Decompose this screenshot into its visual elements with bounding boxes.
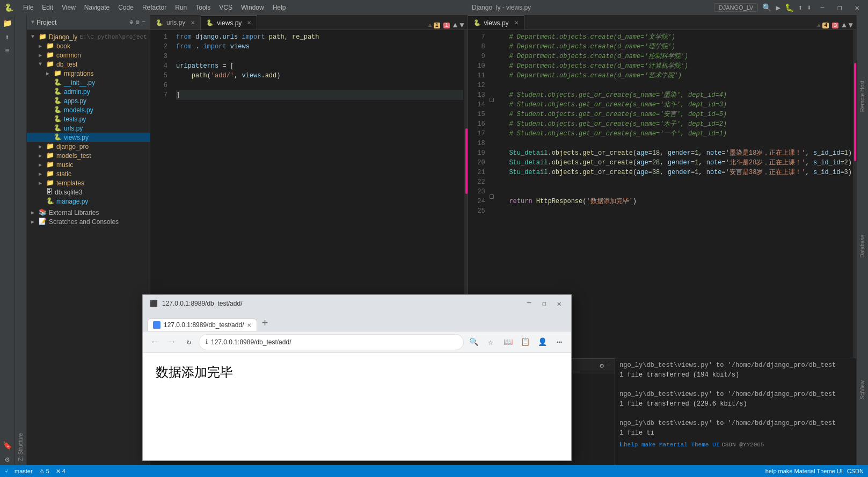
tree-music-label: music <box>56 161 73 169</box>
tree-sqlite[interactable]: 🗄 db.sqlite3 <box>27 187 150 197</box>
tree-init[interactable]: 🐍 __init__.py <box>27 78 150 87</box>
app-logo-icon: 🐍 <box>4 3 13 12</box>
commit-icon[interactable]: ⬆ <box>2 31 13 43</box>
remote-host-label[interactable]: Remote Host <box>859 76 865 116</box>
tab-urls-py[interactable]: 🐍 urls.py ✕ <box>150 16 201 30</box>
tree-models[interactable]: 🐍 models.py <box>27 105 150 114</box>
left-scroll-thumb <box>465 128 468 194</box>
browser-read-icon[interactable]: 📖 <box>500 335 515 350</box>
tab-views-right[interactable]: 🐍 views.py ✕ <box>468 16 524 30</box>
structure-icon[interactable]: ≡ <box>2 45 13 57</box>
tab-views-left[interactable]: 🐍 views.py ✕ <box>201 16 257 30</box>
tree-db-test[interactable]: ▼ 📁 db_test <box>27 60 150 69</box>
activity-bar: 📁 ⬆ ≡ 🔖 ⚙ <box>0 15 15 465</box>
tree-common[interactable]: ▶ 📁 common <box>27 50 150 60</box>
browser-forward-btn[interactable]: → <box>164 335 179 350</box>
browser-copy-icon[interactable]: 📋 <box>517 335 533 350</box>
run-minimize-icon[interactable]: − <box>606 362 610 370</box>
menu-window[interactable]: Window <box>238 3 267 12</box>
left-editor-actions: ⚠ 1 1 ▲ ▼ <box>428 21 468 30</box>
tree-tests[interactable]: 🐍 tests.py <box>27 114 150 124</box>
terminal-icon[interactable]: ⬇ <box>807 3 811 12</box>
r-code-12 <box>494 81 852 90</box>
database-label[interactable]: Database <box>859 230 865 262</box>
menu-vcs[interactable]: VCS <box>216 3 236 12</box>
menu-file[interactable]: File <box>20 3 37 12</box>
run-gear-icon[interactable]: ⚙ <box>600 362 604 370</box>
tree-scratches[interactable]: ▶ 📝 Scratches and Consoles <box>27 217 150 226</box>
code-line-2: from . import views <box>176 42 463 52</box>
collapse-project-icon[interactable]: − <box>142 18 145 26</box>
browser-new-tab-btn[interactable]: + <box>257 316 272 331</box>
tree-init-label: __init__.py <box>64 79 95 86</box>
browser-window-close[interactable]: ✕ <box>554 298 565 309</box>
browser-menu-icon[interactable]: ⋯ <box>552 335 567 350</box>
menu-refactor[interactable]: Refactor <box>139 3 170 12</box>
project-expand-icon[interactable]: ▼ <box>31 19 34 25</box>
debug-icon[interactable]: 🐛 <box>785 3 794 12</box>
tree-apps-label: apps.py <box>64 97 86 105</box>
browser-active-tab[interactable]: 127.0.0.1:8989/db_test/add/ ✕ <box>147 319 257 331</box>
bookmark-icon[interactable]: 🔖 <box>2 439 13 451</box>
tree-templates[interactable]: ▶ 📁 templates <box>27 178 150 187</box>
browser-star-icon[interactable]: ☆ <box>483 335 498 350</box>
tab-urls-close[interactable]: ✕ <box>191 20 195 26</box>
browser-profile-icon[interactable]: 👤 <box>535 335 550 350</box>
menu-edit[interactable]: Edit <box>39 3 56 12</box>
search-everywhere-icon[interactable]: 🔍 <box>762 3 771 12</box>
tree-views[interactable]: 🐍 views.py <box>27 133 150 142</box>
window-close-button[interactable]: ✕ <box>851 2 864 13</box>
profile-selector[interactable]: DJANGO_LV <box>714 3 758 12</box>
settings-project-icon[interactable]: ⚙ <box>136 18 140 26</box>
run-icon[interactable]: ▶ <box>776 3 780 12</box>
browser-url-bar[interactable]: ℹ 127.0.0.1:8989/db_test/add/ <box>199 334 464 350</box>
add-project-icon[interactable]: ⊕ <box>129 18 133 26</box>
browser-refresh-btn[interactable]: ↻ <box>181 335 196 350</box>
scroll-up-right[interactable]: ▲ <box>842 21 846 30</box>
window-minimize-button[interactable]: − <box>816 2 829 13</box>
tree-static[interactable]: ▶ 📁 static <box>27 169 150 178</box>
tree-models-test[interactable]: ▶ 📁 models_test <box>27 151 150 160</box>
browser-tab-close-btn[interactable]: ✕ <box>247 322 251 328</box>
tree-migrations[interactable]: ▶ 📁 migrations <box>27 69 150 78</box>
settings-icon-bottom[interactable]: ⚙ <box>2 453 13 465</box>
scroll-down-right[interactable]: ▼ <box>849 21 853 30</box>
tree-django-pro[interactable]: ▶ 📁 django_pro <box>27 142 150 151</box>
tree-admin[interactable]: 🐍 admin.py <box>27 87 150 96</box>
browser-back-btn[interactable]: ← <box>147 335 162 350</box>
tree-urls[interactable]: 🐍 urls.py <box>27 124 150 133</box>
r-code-8: # Department.objects.create(d_name='理学院'… <box>494 42 852 52</box>
warn-icon-right: ⚠ <box>817 22 820 28</box>
err-count-right: 3 <box>832 23 838 28</box>
project-header-icons: ⊕ ⚙ − <box>129 18 145 26</box>
tree-root[interactable]: ▼ 📁 Django_ly E:\C_python\project <box>27 32 150 41</box>
menu-navigate[interactable]: Navigate <box>81 3 113 12</box>
tab-urls-label: urls.py <box>166 19 185 26</box>
browser-window-maximize[interactable]: ❐ <box>539 299 549 309</box>
tree-root-label: Django_ly <box>49 33 77 41</box>
menu-run[interactable]: Run <box>172 3 190 12</box>
menu-code[interactable]: Code <box>115 3 137 12</box>
tree-external-libraries[interactable]: ▶ 📚 External Libraries <box>27 208 150 217</box>
tree-music[interactable]: ▶ 📁 music <box>27 160 150 169</box>
project-icon[interactable]: 📁 <box>2 17 13 29</box>
menu-tools[interactable]: Tools <box>192 3 214 12</box>
right-scrollbar[interactable] <box>853 30 856 358</box>
menu-view[interactable]: View <box>59 3 79 12</box>
window-restore-button[interactable]: ❐ <box>833 2 846 13</box>
tree-apps[interactable]: 🐍 apps.py <box>27 96 150 105</box>
browser-navbar: ← → ↻ ℹ 127.0.0.1:8989/db_test/add/ 🔍 ☆ … <box>143 331 571 353</box>
tab-views-left-close[interactable]: ✕ <box>247 20 251 26</box>
browser-window-minimize[interactable]: − <box>523 298 535 309</box>
z-structure-label[interactable]: Z: Structure <box>18 433 24 461</box>
scroll-down-left[interactable]: ▼ <box>459 21 464 30</box>
tab-urls-icon: 🐍 <box>156 19 163 26</box>
sciview-label[interactable]: SciView <box>859 376 865 403</box>
scroll-up-left[interactable]: ▲ <box>453 21 457 30</box>
tab-views-right-close[interactable]: ✕ <box>514 20 519 26</box>
tree-manage[interactable]: 🐍 manage.py <box>27 197 150 206</box>
menu-help[interactable]: Help <box>269 3 289 12</box>
vcs-icon[interactable]: ⬆ <box>798 3 803 12</box>
browser-zoom-icon[interactable]: 🔍 <box>466 335 481 350</box>
tree-book[interactable]: ▶ 📁 book <box>27 41 150 50</box>
